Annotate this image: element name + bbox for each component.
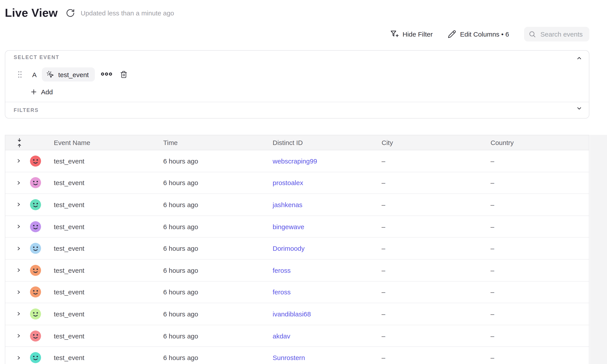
table-row[interactable]: test_event 6 hours ago Sunrostern – –: [5, 347, 589, 364]
time-cell: 6 hours ago: [163, 260, 198, 281]
selected-event-button[interactable]: test_event: [42, 67, 95, 81]
distinct-id-link[interactable]: Dorimoody: [273, 245, 304, 252]
edit-columns-label: Edit Columns • 6: [460, 30, 509, 38]
country-cell: –: [491, 216, 494, 237]
table-row[interactable]: test_event 6 hours ago bingewave – –: [5, 216, 589, 238]
column-header-event-name: Event Name: [54, 135, 90, 150]
select-event-label: SELECT EVENT: [14, 55, 59, 60]
chevron-down-icon: [576, 105, 582, 112]
collapse-rows-icon: [16, 137, 23, 148]
distinct-id-link[interactable]: feross: [273, 288, 291, 296]
country-cell: –: [491, 150, 494, 172]
distinct-id-link[interactable]: Sunrostern: [273, 354, 305, 361]
page-header: Live View Updated less than a minute ago: [5, 6, 174, 20]
toolbar: Hide Filter Edit Columns • 6: [390, 26, 589, 41]
page-title: Live View: [5, 6, 58, 20]
pencil-icon: [448, 30, 456, 38]
chevron-right-icon: [16, 202, 21, 208]
expand-row-button[interactable]: [16, 267, 21, 273]
edit-columns-button[interactable]: Edit Columns • 6: [448, 30, 509, 38]
table-row[interactable]: test_event 6 hours ago ivandiblasi68 – –: [5, 303, 589, 325]
city-cell: –: [382, 172, 385, 194]
hide-filter-button[interactable]: Hide Filter: [390, 29, 433, 38]
distinct-id-link[interactable]: feross: [273, 267, 291, 274]
collapse-all-rows-button[interactable]: [16, 137, 23, 148]
avatar: [30, 177, 41, 188]
table-row[interactable]: test_event 6 hours ago feross – –: [5, 281, 589, 303]
search-icon: [528, 30, 536, 38]
avatar: [30, 265, 41, 276]
column-header-city: City: [382, 135, 393, 150]
column-header-country: Country: [491, 135, 514, 150]
filter-plus-icon: [390, 29, 399, 38]
chevron-right-icon: [16, 180, 21, 186]
country-cell: –: [491, 260, 494, 281]
expand-row-button[interactable]: [16, 354, 21, 361]
expand-row-button[interactable]: [16, 158, 21, 164]
add-event-button[interactable]: Add: [30, 88, 53, 96]
distinct-id-link[interactable]: bingewave: [273, 223, 304, 230]
expand-row-button[interactable]: [16, 180, 21, 186]
city-cell: –: [382, 325, 385, 347]
distinct-id-link[interactable]: ivandiblasi68: [273, 310, 311, 318]
avatar: [30, 243, 41, 254]
collapse-select-event-button[interactable]: [576, 55, 582, 61]
selected-event-label: test_event: [58, 71, 89, 78]
time-cell: 6 hours ago: [163, 281, 198, 303]
time-cell: 6 hours ago: [163, 347, 198, 364]
table-body: test_event 6 hours ago webscraping99 – –: [5, 150, 589, 364]
expand-row-button[interactable]: [16, 223, 21, 230]
event-name-cell: test_event: [54, 172, 84, 194]
distinct-id-link[interactable]: akdav: [273, 332, 290, 339]
table-header: Event Name Time Distinct ID City Country: [5, 135, 589, 150]
events-table: Event Name Time Distinct ID City Country: [5, 135, 589, 364]
distinct-id-link[interactable]: webscraping99: [273, 157, 317, 165]
city-cell: –: [382, 216, 385, 237]
table-row[interactable]: test_event 6 hours ago jashkenas – –: [5, 194, 589, 216]
country-cell: –: [491, 303, 494, 325]
drag-handle[interactable]: [17, 70, 23, 78]
event-name-cell: test_event: [54, 260, 84, 281]
chevron-right-icon: [16, 158, 21, 164]
expand-row-button[interactable]: [16, 289, 21, 295]
expand-row-button[interactable]: [16, 333, 21, 339]
time-cell: 6 hours ago: [163, 194, 198, 215]
chevron-up-icon: [576, 55, 582, 61]
table-row[interactable]: test_event 6 hours ago akdav – –: [5, 325, 589, 347]
event-row-letter: A: [32, 71, 37, 78]
avatar: [30, 330, 41, 341]
event-options-button[interactable]: [101, 72, 112, 76]
table-row[interactable]: test_event 6 hours ago webscraping99 – –: [5, 150, 589, 172]
delete-event-button[interactable]: [120, 70, 127, 78]
avatar: [30, 156, 41, 167]
refresh-button[interactable]: [66, 8, 75, 18]
country-cell: –: [491, 347, 494, 364]
city-cell: –: [382, 347, 385, 364]
city-cell: –: [382, 281, 385, 303]
city-cell: –: [382, 260, 385, 281]
expand-row-button[interactable]: [16, 311, 21, 317]
chevron-right-icon: [16, 354, 21, 361]
distinct-id-link[interactable]: prostoalex: [273, 179, 303, 187]
avatar: [30, 309, 41, 320]
city-cell: –: [382, 303, 385, 325]
event-name-cell: test_event: [54, 325, 84, 347]
expand-filters-button[interactable]: [576, 105, 582, 112]
avatar: [30, 199, 41, 210]
chevron-right-icon: [16, 245, 21, 251]
expand-row-button[interactable]: [16, 202, 21, 208]
column-header-distinct-id: Distinct ID: [273, 135, 303, 150]
country-cell: –: [491, 281, 494, 303]
search-input[interactable]: [539, 30, 585, 38]
table-row[interactable]: test_event 6 hours ago feross – –: [5, 260, 589, 281]
table-row[interactable]: test_event 6 hours ago prostoalex – –: [5, 172, 589, 194]
panel-divider: [5, 102, 589, 102]
table-right-gutter: [590, 135, 607, 364]
country-cell: –: [491, 194, 494, 215]
filters-label: FILTERS: [14, 107, 39, 113]
distinct-id-link[interactable]: jashkenas: [273, 201, 303, 208]
expand-row-button[interactable]: [16, 245, 21, 251]
event-name-cell: test_event: [54, 303, 84, 325]
event-name-cell: test_event: [54, 281, 84, 303]
table-row[interactable]: test_event 6 hours ago Dorimoody – –: [5, 238, 589, 260]
